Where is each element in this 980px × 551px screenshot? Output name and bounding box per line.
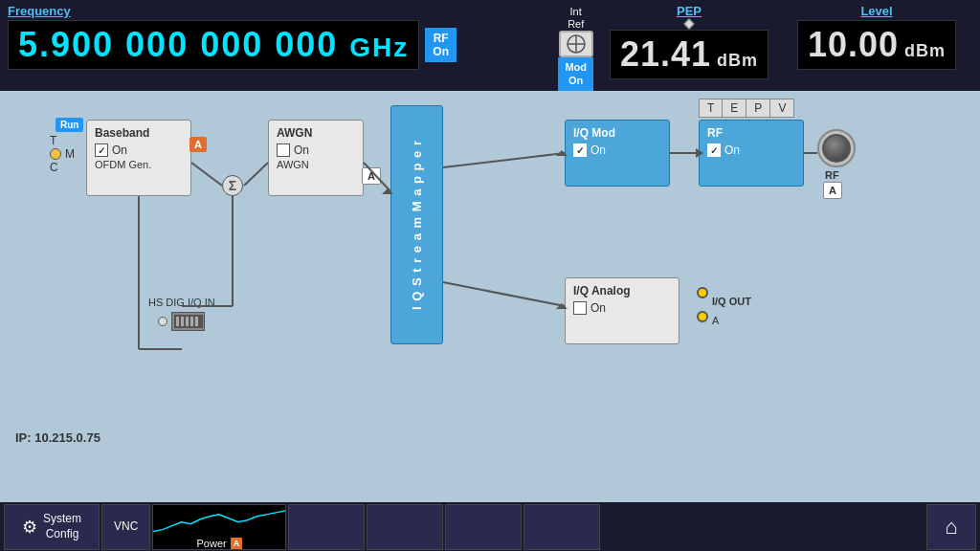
connector-pins-icon <box>174 315 203 328</box>
level-unit: dBm <box>904 41 946 61</box>
tab-p[interactable]: P <box>746 99 770 117</box>
iq-mod-on-row[interactable]: On <box>573 143 606 157</box>
svg-line-9 <box>191 163 222 186</box>
iq-stream-block[interactable]: I Q S t r e a m M a p p e r <box>390 105 443 344</box>
iq-out-label: I/Q OUT <box>712 296 751 307</box>
pep-indicator <box>683 18 694 29</box>
a-badge-baseband: A <box>189 137 207 152</box>
baseband-subtitle: OFDM Gen. <box>95 159 151 170</box>
ip-label: IP: 10.215.0.75 <box>15 430 100 445</box>
awgn-on-label: On <box>294 143 309 157</box>
iq-mod-checkbox[interactable] <box>573 143 587 157</box>
rf-on-button[interactable]: RF On <box>425 28 457 63</box>
awgn-checkbox[interactable] <box>277 143 290 157</box>
circle-cross-icon <box>565 33 588 55</box>
awgn-subtitle: AWGN <box>277 159 309 170</box>
iq-analog-title: I/Q Analog <box>573 284 631 298</box>
gear-icon: ⚙ <box>22 517 37 538</box>
iq-out-connector-1 <box>697 287 708 298</box>
iq-out-a-label: A <box>712 315 719 326</box>
level-value: 10.00 <box>808 25 899 65</box>
svg-line-10 <box>244 163 268 186</box>
tmc-section: T M C <box>50 134 75 174</box>
svg-rect-6 <box>186 317 189 326</box>
svg-rect-7 <box>190 317 193 326</box>
baseband-block[interactable]: Baseband On OFDM Gen. <box>86 120 191 196</box>
tmc-m-row: M <box>50 147 75 161</box>
tmc-c-label: C <box>50 161 58 174</box>
system-config-button[interactable]: ⚙ System Config <box>4 504 100 550</box>
dig-connector-box <box>171 312 205 331</box>
tab-v[interactable]: V <box>770 99 793 117</box>
rf-connector <box>822 134 851 163</box>
tmc-c-row: C <box>50 161 75 174</box>
tab-e[interactable]: E <box>723 99 746 117</box>
rf-connector-label: RF <box>825 169 839 181</box>
iq-analog-on-label: On <box>590 301 606 315</box>
vnc-label: VNC <box>114 519 138 535</box>
iq-mod-block[interactable]: I/Q Mod On <box>565 120 670 187</box>
svg-rect-5 <box>181 317 184 326</box>
frequency-label: Frequency <box>8 4 548 18</box>
svg-line-15 <box>443 282 565 306</box>
power-graph <box>153 505 285 536</box>
power-label: Power <box>197 538 227 549</box>
home-button[interactable]: ⌂ <box>926 504 976 550</box>
header: Frequency 5.900 000 000 000 GHz RF On In… <box>0 0 980 91</box>
tab-t[interactable]: T <box>700 99 723 117</box>
vnc-button[interactable]: VNC <box>101 504 150 550</box>
svg-line-13 <box>443 153 565 167</box>
int-ref-section: Int Ref Mod On <box>554 4 597 87</box>
frequency-value: 5.900 000 000 000 <box>18 25 338 64</box>
pep-value: 21.41 <box>620 34 711 75</box>
frequency-display[interactable]: 5.900 000 000 000 GHz <box>8 20 419 70</box>
level-label: Level <box>860 4 892 18</box>
rf-on-row[interactable]: On <box>707 143 740 157</box>
tab-6-button[interactable] <box>445 504 522 550</box>
iq-analog-on-row[interactable]: On <box>573 301 606 315</box>
iq-mod-on-label: On <box>590 143 606 157</box>
tepv-bar: T E P V <box>699 99 794 118</box>
awgn-title: AWGN <box>277 126 312 140</box>
tmc-m-label: M <box>65 147 75 161</box>
svg-rect-24 <box>153 505 285 536</box>
a-badge-awgn: A <box>362 167 381 185</box>
tab-4-button[interactable] <box>288 504 365 550</box>
tab-7-button[interactable] <box>523 504 600 550</box>
baseband-on-row[interactable]: On <box>95 143 127 157</box>
level-section: Level 10.00 dBm <box>781 4 972 87</box>
level-display[interactable]: 10.00 dBm <box>797 20 956 70</box>
int-ref-label: Int Ref <box>568 6 584 31</box>
int-ref-icon <box>559 31 593 57</box>
awgn-block[interactable]: AWGN On AWGN <box>268 120 364 196</box>
power-display[interactable]: Power A <box>152 504 286 550</box>
tmc-t-row: T <box>50 134 75 147</box>
sum-symbol: Σ <box>222 175 243 196</box>
tab-5-button[interactable] <box>367 504 443 550</box>
tmc-m-dot <box>50 148 61 160</box>
svg-rect-8 <box>195 317 198 326</box>
frequency-unit: GHz <box>349 33 409 62</box>
iq-analog-checkbox[interactable] <box>573 301 587 315</box>
run-badge: Run <box>56 118 83 132</box>
rf-connector-outer <box>817 129 856 167</box>
iq-mod-title: I/Q Mod <box>573 126 615 140</box>
pep-display[interactable]: 21.41 dBm <box>610 30 768 79</box>
awgn-on-row[interactable]: On <box>277 143 309 157</box>
iq-stream-label: I Q S t r e a m M a p p e r <box>410 140 424 310</box>
rf-checkbox[interactable] <box>707 143 721 157</box>
iq-analog-block[interactable]: I/Q Analog On <box>565 277 679 344</box>
baseband-checkbox[interactable] <box>95 143 108 157</box>
dig-dot <box>158 317 167 326</box>
hs-dig-label: HS DIG I/Q IN <box>148 297 215 308</box>
bottom-bar: ⚙ System Config VNC Power A ⌂ <box>0 502 980 551</box>
tmc-t-label: T <box>50 134 56 147</box>
rf-block[interactable]: RF On <box>699 120 804 187</box>
mod-on-button[interactable]: Mod On <box>558 57 593 90</box>
pep-label: PEP <box>677 4 702 18</box>
svg-rect-4 <box>176 317 179 326</box>
power-a-badge: A <box>231 538 243 549</box>
rf-on-label: On <box>724 143 740 157</box>
iq-out-connector-2 <box>697 311 708 322</box>
main-content: T E P V Run T M C Baseband On OFDM Gen. … <box>0 91 980 502</box>
